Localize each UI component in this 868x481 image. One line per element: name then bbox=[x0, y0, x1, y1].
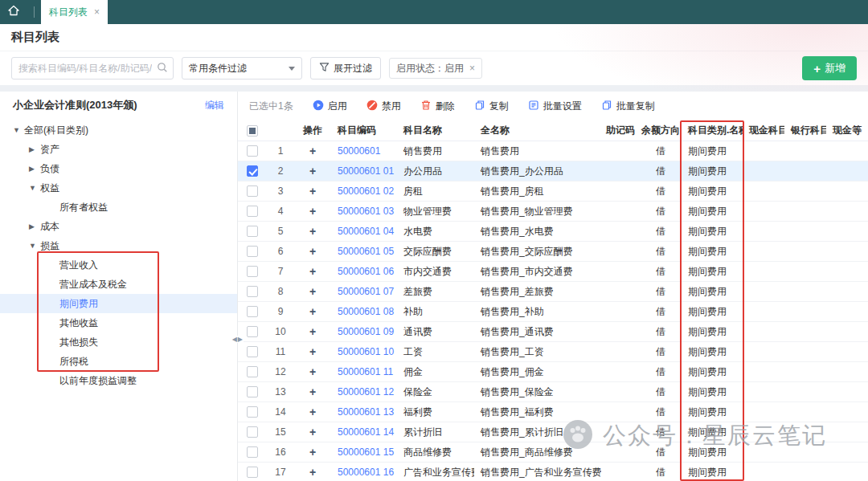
search-icon[interactable] bbox=[157, 62, 168, 76]
row-checkbox[interactable] bbox=[247, 246, 258, 257]
row-checkbox[interactable] bbox=[247, 406, 258, 418]
table-row-13[interactable]: 13+50000601 12保险金销售费用_保险金借期间费用 bbox=[238, 382, 868, 402]
table-row-3[interactable]: 3+50000601 02房租销售费用_房租借期间费用 bbox=[238, 181, 868, 202]
subject-code-link[interactable]: 50000601 01 bbox=[338, 165, 394, 177]
tree-item-7[interactable]: 营业收入 bbox=[0, 255, 237, 275]
row-checkbox[interactable] bbox=[247, 286, 258, 297]
table-row-2[interactable]: 2+50000601 01办公用品销售费用_办公用品借期间费用 bbox=[238, 161, 868, 181]
expand-filter-button[interactable]: 展开过滤 bbox=[310, 57, 381, 79]
subject-code-link[interactable]: 50000601 14 bbox=[338, 426, 394, 438]
row-checkbox[interactable] bbox=[247, 467, 258, 478]
add-new-button[interactable]: + 新增 bbox=[802, 56, 857, 80]
copy-button[interactable]: 复制 bbox=[474, 100, 509, 113]
subject-code-link[interactable]: 50000601 06 bbox=[338, 266, 394, 277]
subject-code-link[interactable]: 50000601 07 bbox=[338, 286, 394, 297]
tag-close-icon[interactable]: × bbox=[469, 63, 475, 74]
tree-item-2[interactable]: ▶负债 bbox=[0, 159, 237, 178]
tree-item-3[interactable]: ▼权益 bbox=[0, 178, 237, 198]
add-child-button[interactable]: + bbox=[309, 145, 316, 157]
row-checkbox[interactable] bbox=[247, 366, 258, 377]
row-checkbox[interactable] bbox=[247, 306, 258, 317]
subject-code-link[interactable]: 50000601 bbox=[338, 145, 380, 157]
batch-set-button[interactable]: 批量设置 bbox=[528, 100, 582, 113]
add-child-button[interactable]: + bbox=[309, 205, 316, 218]
row-checkbox[interactable] bbox=[247, 326, 258, 337]
tree-item-8[interactable]: 营业成本及税金 bbox=[0, 275, 237, 294]
enable-button[interactable]: 启用 bbox=[313, 100, 347, 113]
chevron-right-icon[interactable]: ▶ bbox=[29, 222, 40, 230]
add-child-button[interactable]: + bbox=[309, 245, 316, 258]
chevron-down-icon[interactable]: ▼ bbox=[29, 184, 40, 192]
add-child-button[interactable]: + bbox=[309, 406, 316, 418]
add-child-button[interactable]: + bbox=[309, 165, 316, 177]
add-child-button[interactable]: + bbox=[309, 365, 316, 378]
subject-code-link[interactable]: 50000601 15 bbox=[338, 446, 394, 458]
subject-code-link[interactable]: 50000601 04 bbox=[338, 226, 394, 237]
table-row-14[interactable]: 14+50000601 13福利费销售费用_福利费借期间费用 bbox=[238, 402, 868, 422]
active-filter-tag[interactable]: 启用状态：启用 × bbox=[389, 58, 482, 79]
add-child-button[interactable]: + bbox=[309, 385, 316, 398]
disable-button[interactable]: 禁用 bbox=[366, 100, 401, 113]
home-button[interactable] bbox=[0, 0, 27, 24]
tree-item-11[interactable]: 其他损失 bbox=[0, 332, 237, 352]
search-input[interactable] bbox=[11, 57, 174, 79]
subject-code-link[interactable]: 50000601 05 bbox=[338, 246, 394, 257]
delete-button[interactable]: 删除 bbox=[420, 100, 455, 113]
row-checkbox[interactable] bbox=[247, 446, 258, 458]
subject-code-link[interactable]: 50000601 09 bbox=[338, 326, 394, 337]
sidebar-collapse-handle[interactable]: ◀▶ bbox=[232, 336, 244, 343]
subject-code-link[interactable]: 50000601 11 bbox=[338, 366, 393, 377]
subject-code-link[interactable]: 50000601 08 bbox=[338, 306, 394, 317]
subject-code-link[interactable]: 50000601 13 bbox=[338, 406, 394, 418]
edit-link[interactable]: 编辑 bbox=[205, 99, 224, 112]
subject-code-link[interactable]: 50000601 03 bbox=[338, 206, 394, 217]
table-row-1[interactable]: 1+50000601销售费用销售费用借期间费用 bbox=[238, 141, 868, 161]
subject-code-link[interactable]: 50000601 10 bbox=[338, 346, 394, 357]
subject-code-link[interactable]: 50000601 16 bbox=[338, 467, 394, 478]
tree-item-0[interactable]: ▼全部(科目类别) bbox=[0, 120, 237, 140]
table-row-5[interactable]: 5+50000601 04水电费销售费用_水电费借期间费用 bbox=[238, 222, 868, 242]
table-row-10[interactable]: 10+50000601 09通讯费销售费用_通讯费借期间费用 bbox=[238, 322, 868, 342]
row-checkbox[interactable] bbox=[247, 145, 258, 157]
row-checkbox[interactable] bbox=[247, 346, 258, 357]
table-row-12[interactable]: 12+50000601 11佣金销售费用_佣金借期间费用 bbox=[238, 362, 868, 382]
tree-item-12[interactable]: 所得税 bbox=[0, 352, 237, 371]
table-row-17[interactable]: 17+50000601 16广告和业务宣传费销售费用_广告和业务宣传费借期间费用 bbox=[238, 463, 868, 481]
row-checkbox[interactable] bbox=[247, 266, 258, 277]
tree-item-13[interactable]: 以前年度损益调整 bbox=[0, 371, 237, 390]
table-row-11[interactable]: 11+50000601 10工资销售费用_工资借期间费用 bbox=[238, 342, 868, 362]
subject-code-link[interactable]: 50000601 12 bbox=[338, 386, 394, 397]
tree-item-9[interactable]: 期间费用 bbox=[0, 294, 237, 313]
table-row-6[interactable]: 6+50000601 05交际应酬费销售费用_交际应酬费借期间费用 bbox=[238, 242, 868, 262]
add-child-button[interactable]: + bbox=[309, 466, 316, 479]
table-row-16[interactable]: 16+50000601 15商品维修费销售费用_商品维修费借期间费用 bbox=[238, 442, 868, 463]
add-child-button[interactable]: + bbox=[309, 225, 316, 238]
tree-item-1[interactable]: ▶资产 bbox=[0, 140, 237, 159]
row-checkbox[interactable] bbox=[247, 226, 258, 237]
row-checkbox[interactable] bbox=[247, 165, 258, 177]
add-child-button[interactable]: + bbox=[309, 265, 316, 278]
tree-item-5[interactable]: ▶成本 bbox=[0, 217, 237, 236]
row-checkbox[interactable] bbox=[247, 185, 258, 197]
add-child-button[interactable]: + bbox=[309, 305, 316, 318]
tree-item-4[interactable]: 所有者权益 bbox=[0, 198, 237, 217]
add-child-button[interactable]: + bbox=[309, 345, 316, 358]
table-row-15[interactable]: 15+50000601 14累计折旧销售费用_累计折旧借期间费用 bbox=[238, 422, 868, 442]
table-row-8[interactable]: 8+50000601 07差旅费销售费用_差旅费借期间费用 bbox=[238, 282, 868, 302]
preset-filter-select[interactable]: 常用条件过滤 bbox=[182, 57, 302, 79]
chevron-right-icon[interactable]: ▶ bbox=[29, 165, 40, 173]
chevron-right-icon[interactable]: ▶ bbox=[29, 145, 40, 153]
tab-subject-list[interactable]: 科目列表 × bbox=[41, 0, 108, 24]
row-checkbox[interactable] bbox=[247, 206, 258, 217]
chevron-down-icon[interactable]: ▼ bbox=[29, 242, 40, 250]
row-checkbox[interactable] bbox=[247, 426, 258, 438]
add-child-button[interactable]: + bbox=[309, 426, 316, 438]
row-checkbox[interactable] bbox=[247, 386, 258, 397]
tree-item-10[interactable]: 其他收益 bbox=[0, 313, 237, 332]
add-child-button[interactable]: + bbox=[309, 446, 316, 459]
batch-copy-button[interactable]: 批量复制 bbox=[601, 100, 655, 113]
add-child-button[interactable]: + bbox=[309, 285, 316, 298]
subject-code-link[interactable]: 50000601 02 bbox=[338, 185, 394, 197]
table-row-4[interactable]: 4+50000601 03物业管理费销售费用_物业管理费借期间费用 bbox=[238, 202, 868, 222]
table-row-7[interactable]: 7+50000601 06市内交通费销售费用_市内交通费借期间费用 bbox=[238, 262, 868, 282]
